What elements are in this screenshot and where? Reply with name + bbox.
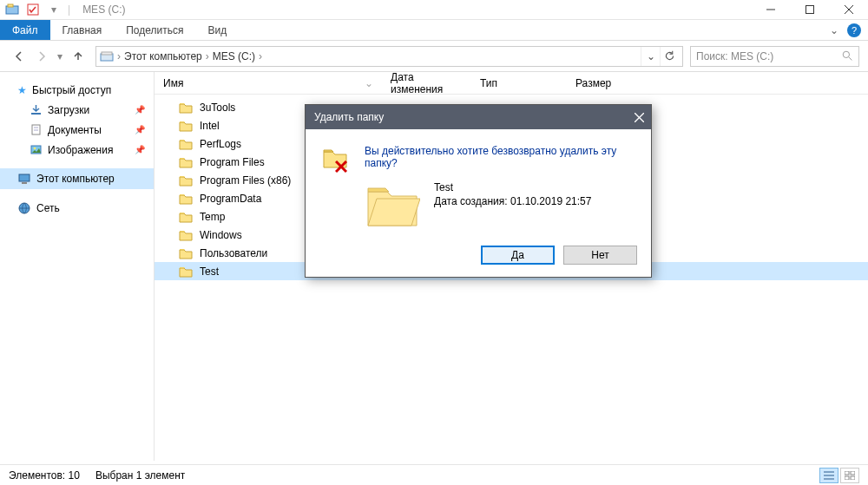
file-name: ProgramData <box>200 193 261 205</box>
app-icon <box>5 3 19 16</box>
sidebar: ★ Быстрый доступ Загрузки 📌 Документы 📌 … <box>0 72 155 461</box>
address-bar[interactable]: › Этот компьютер › MES (C:) › ⌄ <box>95 46 683 67</box>
folder-icon <box>179 193 193 205</box>
dialog-yes-button[interactable]: Да <box>481 246 555 265</box>
crumb-thispc[interactable]: Этот компьютер <box>124 50 202 62</box>
chevron-right-icon[interactable]: › <box>206 50 209 62</box>
folder-icon <box>179 211 193 223</box>
column-headers: Имя⌄ Дата изменения Тип Размер <box>155 72 868 95</box>
documents-icon <box>30 123 43 136</box>
close-button[interactable] <box>829 0 868 20</box>
file-name: Temp <box>200 211 225 223</box>
help-icon[interactable]: ? <box>847 23 861 37</box>
folder-icon <box>179 138 193 150</box>
maximize-button[interactable] <box>790 0 829 20</box>
status-selection: Выбран 1 элемент <box>95 469 185 482</box>
ribbon-expand-icon[interactable]: ⌄ <box>830 24 838 36</box>
col-name[interactable]: Имя⌄ <box>155 77 382 89</box>
sidebar-thispc[interactable]: Этот компьютер <box>0 168 154 189</box>
minimize-button[interactable] <box>751 0 790 20</box>
chevron-right-icon[interactable]: › <box>117 50 121 62</box>
qat-dropdown-icon[interactable]: ▾ <box>47 3 61 16</box>
svg-rect-4 <box>806 6 813 14</box>
svg-rect-17 <box>19 174 30 181</box>
sidebar-item-label: Документы <box>48 124 102 136</box>
view-icons-button[interactable] <box>840 468 859 483</box>
svg-line-10 <box>849 57 852 60</box>
folder-icon <box>179 102 193 114</box>
sidebar-label: Быстрый доступ <box>32 84 111 96</box>
search-placeholder: Поиск: MES (C:) <box>696 50 773 62</box>
dialog-item-name: Test <box>434 181 591 193</box>
svg-rect-11 <box>31 113 41 115</box>
folder-icon <box>179 229 193 241</box>
pin-icon: 📌 <box>135 145 145 154</box>
sidebar-item-downloads[interactable]: Загрузки 📌 <box>0 100 154 120</box>
col-size[interactable]: Размер <box>567 77 636 89</box>
address-dropdown-icon[interactable]: ⌄ <box>641 47 660 66</box>
star-icon: ★ <box>17 84 27 96</box>
dialog-item-meta: Дата создания: 01.10.2019 21:57 <box>434 195 591 207</box>
folder-icon <box>179 247 193 259</box>
view-details-button[interactable] <box>819 468 838 483</box>
delete-folder-icon <box>321 145 349 173</box>
recent-dropdown[interactable]: ▾ <box>54 46 66 67</box>
dialog-titlebar[interactable]: Удалить папку <box>306 105 651 129</box>
qat-properties-icon[interactable] <box>26 3 40 16</box>
dialog-no-button[interactable]: Нет <box>563 246 637 265</box>
delete-dialog: Удалить папку Вы действительно хотите бе… <box>305 104 652 278</box>
file-name: PerfLogs <box>200 138 241 150</box>
drive-icon <box>100 49 114 63</box>
network-icon <box>17 201 31 215</box>
svg-point-9 <box>843 51 849 57</box>
folder-icon <box>179 174 193 187</box>
chevron-right-icon[interactable]: › <box>259 50 262 62</box>
computer-icon <box>17 172 31 186</box>
file-name: Program Files <box>200 156 265 168</box>
col-date[interactable]: Дата изменения <box>382 71 471 95</box>
dialog-close-button[interactable] <box>627 105 651 129</box>
sidebar-item-label: Сеть <box>36 202 60 214</box>
svg-rect-8 <box>102 52 112 55</box>
file-name: Windows <box>200 229 242 241</box>
pin-icon: 📌 <box>135 105 145 115</box>
sidebar-item-documents[interactable]: Документы 📌 <box>0 120 154 140</box>
dialog-title: Удалить папку <box>314 111 384 123</box>
col-type[interactable]: Тип <box>471 77 567 89</box>
pictures-icon <box>30 143 43 156</box>
navbar: ▾ › Этот компьютер › MES (C:) › ⌄ Поиск:… <box>0 41 868 72</box>
back-button[interactable] <box>9 46 30 67</box>
svg-rect-23 <box>845 471 849 475</box>
forward-button[interactable] <box>31 46 52 67</box>
ribbon-tab-home[interactable]: Главная <box>50 20 115 40</box>
sidebar-item-label: Загрузки <box>48 104 89 116</box>
svg-rect-24 <box>851 471 855 475</box>
ribbon-file[interactable]: Файл <box>0 20 50 40</box>
window-title: MES (C:) <box>82 3 125 16</box>
search-input[interactable]: Поиск: MES (C:) <box>690 46 859 67</box>
svg-rect-1 <box>8 4 13 7</box>
statusbar: Элементов: 10 Выбран 1 элемент <box>0 464 868 485</box>
up-button[interactable] <box>68 46 89 67</box>
folder-icon <box>179 156 193 168</box>
svg-rect-25 <box>845 476 849 480</box>
svg-rect-26 <box>851 476 855 480</box>
crumb-drive[interactable]: MES (C:) <box>213 50 255 62</box>
ribbon-tab-view[interactable]: Вид <box>195 20 239 40</box>
refresh-icon[interactable] <box>660 47 679 66</box>
sidebar-network[interactable]: Сеть <box>0 198 154 219</box>
ribbon-tab-share[interactable]: Поделиться <box>114 20 195 40</box>
search-icon <box>842 50 853 62</box>
sidebar-item-label: Этот компьютер <box>36 173 115 185</box>
sidebar-item-pictures[interactable]: Изображения 📌 <box>0 140 154 160</box>
pin-icon: 📌 <box>135 125 145 134</box>
file-name: Intel <box>200 120 220 132</box>
dialog-item-icon <box>365 181 420 230</box>
svg-rect-18 <box>22 182 27 184</box>
svg-point-16 <box>34 147 36 150</box>
titlebar: ▾ | MES (C:) <box>0 0 868 20</box>
ribbon: Файл Главная Поделиться Вид ⌄ ? <box>0 20 868 41</box>
sidebar-quick-access[interactable]: ★ Быстрый доступ <box>0 81 154 100</box>
sort-indicator-icon: ⌄ <box>365 77 373 89</box>
file-name: Пользователи <box>200 247 267 259</box>
